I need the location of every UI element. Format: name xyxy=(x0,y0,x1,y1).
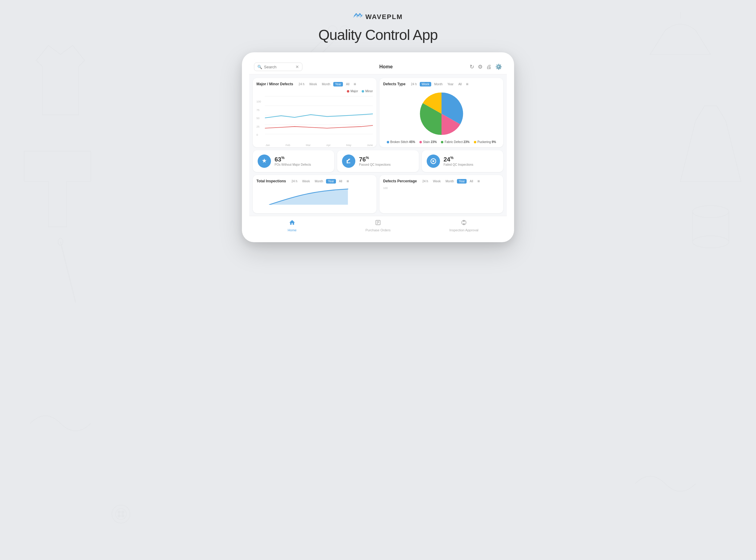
stat-percent-pos: 63% xyxy=(275,156,311,163)
svg-rect-22 xyxy=(346,163,351,163)
defects-pct-title: Defects Percentage xyxy=(383,179,417,183)
dp-y-label: 100 xyxy=(383,186,500,189)
nav-bar: 🔍 ✕ Home ↻ ⚙ 🖨 ⚙️ xyxy=(249,60,507,74)
nav-item-home[interactable]: Home xyxy=(249,216,335,235)
stat-icon-passed xyxy=(342,155,355,168)
svg-point-5 xyxy=(693,206,729,218)
home-icon xyxy=(289,219,295,227)
pie-container: Broken Stitch 45% Stain 23% Fabric Defec… xyxy=(383,89,500,144)
nav-home-label: Home xyxy=(287,228,296,232)
stat-info-pos: 63% POs Without Major Defects xyxy=(275,156,311,167)
stat-label-passed: Passed QC Inspections xyxy=(359,163,391,166)
dt-filter-week[interactable]: Week xyxy=(420,82,431,86)
total-inspections-header: Total Inspections 24 h Week Month Year A… xyxy=(256,179,373,183)
svg-point-12 xyxy=(116,508,126,519)
dp-month[interactable]: Month xyxy=(444,179,456,183)
pie-chart-svg xyxy=(417,89,466,138)
stat-label-failed: Failed QC Inspections xyxy=(444,163,473,166)
svg-point-6 xyxy=(693,236,729,248)
dp-year[interactable]: Year xyxy=(457,179,466,183)
svg-point-10 xyxy=(58,238,63,245)
filter-24h[interactable]: 24 h xyxy=(297,82,306,86)
dt-filter-year[interactable]: Year xyxy=(445,82,455,86)
defects-type-title: Defects Type xyxy=(383,82,405,86)
svg-point-14 xyxy=(122,511,124,514)
defects-type-header: Defects Type 24 h Week Month Year All ≡ xyxy=(383,82,500,86)
ti-year[interactable]: Year xyxy=(326,179,336,183)
ti-24h[interactable]: 24 h xyxy=(290,179,299,183)
pie-legend: Broken Stitch 45% Stain 23% Fabric Defec… xyxy=(387,140,496,144)
dp-all[interactable]: All xyxy=(468,179,475,183)
stat-info-failed: 24% Failed QC Inspections xyxy=(444,156,473,167)
dp-week[interactable]: Week xyxy=(431,179,442,183)
stat-icon-pos xyxy=(258,155,271,168)
search-input[interactable] xyxy=(264,65,294,69)
page-title: Quality Control App xyxy=(318,26,438,43)
ti-week[interactable]: Week xyxy=(300,179,312,183)
ti-month[interactable]: Month xyxy=(313,179,325,183)
inspection-icon xyxy=(461,219,467,227)
bottom-nav: Home Purchase Orders xyxy=(249,216,507,235)
logo: WAVEPLM xyxy=(353,12,403,22)
charts-row: Major / Minor Defects 24 h Week Month Ye… xyxy=(253,78,503,147)
refresh-icon[interactable]: ↻ xyxy=(470,63,474,70)
y-labels: 100 75 50 25 0 xyxy=(256,100,261,136)
filter-all[interactable]: All xyxy=(344,82,351,86)
svg-line-9 xyxy=(60,242,76,302)
defects-chart-title: Major / Minor Defects xyxy=(256,82,293,86)
clear-icon[interactable]: ✕ xyxy=(295,64,299,69)
stat-card-failed: 24% Failed QC Inspections xyxy=(422,150,503,172)
stat-icon-failed xyxy=(427,155,440,168)
defects-percentage-card: Defects Percentage 24 h Week Month Year … xyxy=(379,175,503,213)
search-icon: 🔍 xyxy=(257,65,262,69)
dp-filters: 24 h Week Month Year All ≡ xyxy=(420,179,480,183)
search-box[interactable]: 🔍 ✕ xyxy=(254,63,302,71)
filter-week[interactable]: Week xyxy=(307,82,319,86)
purchase-icon xyxy=(375,219,381,227)
total-inspections-mini-chart xyxy=(256,186,373,205)
tablet-frame: 🔍 ✕ Home ↻ ⚙ 🖨 ⚙️ Major / Minor Defects xyxy=(242,52,514,242)
filter-year[interactable]: Year xyxy=(333,82,343,86)
ti-filter-icon[interactable]: ≡ xyxy=(346,179,349,183)
defects-line-chart-card: Major / Minor Defects 24 h Week Month Ye… xyxy=(253,78,377,147)
bottom-charts-row: Total Inspections 24 h Week Month Year A… xyxy=(253,175,503,213)
top-header: WAVEPLM Quality Control App xyxy=(318,12,438,43)
dt-filter-icon[interactable]: ≡ xyxy=(466,82,469,86)
minor-label: Minor xyxy=(365,89,373,93)
svg-point-16 xyxy=(122,515,124,517)
main-content: Major / Minor Defects 24 h Week Month Ye… xyxy=(249,74,507,216)
print-icon[interactable]: 🖨 xyxy=(486,64,492,70)
stat-percent-passed: 76% xyxy=(359,156,391,163)
total-inspections-title: Total Inspections xyxy=(256,179,286,183)
app-container: 🔍 ✕ Home ↻ ⚙ 🖨 ⚙️ Major / Minor Defects xyxy=(249,60,507,235)
minor-legend: Minor xyxy=(362,89,373,93)
stats-row: 63% POs Without Major Defects 76% xyxy=(253,150,503,172)
filter-month[interactable]: Month xyxy=(320,82,332,86)
dp-filter-icon[interactable]: ≡ xyxy=(477,179,480,183)
defects-type-filters: 24 h Week Month Year All ≡ xyxy=(409,82,469,86)
logo-text: WAVEPLM xyxy=(365,13,403,21)
nav-item-purchase[interactable]: Purchase Orders xyxy=(335,216,421,235)
filter-icon[interactable]: ⚙ xyxy=(478,63,483,70)
stat-label-pos: POs Without Major Defects xyxy=(275,163,311,166)
x-labels: Jan Feb Mar Apr May June xyxy=(265,144,373,147)
defects-type-chart-card: Defects Type 24 h Week Month Year All ≡ xyxy=(379,78,503,147)
broken-stitch-legend: Broken Stitch 45% xyxy=(387,140,415,144)
ti-filters: 24 h Week Month Year All ≡ xyxy=(290,179,349,183)
dt-filter-month[interactable]: Month xyxy=(433,82,444,86)
dt-filter-all[interactable]: All xyxy=(457,82,463,86)
nav-item-inspection[interactable]: Inspection Approval xyxy=(421,216,507,235)
defects-time-filters: 24 h Week Month Year All ≡ xyxy=(297,82,356,86)
chart-filter-icon[interactable]: ≡ xyxy=(354,82,356,86)
stat-percent-failed: 24% xyxy=(444,156,473,163)
dt-filter-24h[interactable]: 24 h xyxy=(409,82,419,86)
nav-purchase-label: Purchase Orders xyxy=(365,228,391,232)
nav-title: Home xyxy=(306,64,466,69)
major-legend: Major xyxy=(347,89,358,93)
ti-all[interactable]: All xyxy=(337,179,344,183)
settings-icon[interactable]: ⚙️ xyxy=(495,63,502,70)
defects-chart-header: Major / Minor Defects 24 h Week Month Ye… xyxy=(256,82,373,86)
dp-24h[interactable]: 24 h xyxy=(420,179,430,183)
nav-actions: ↻ ⚙ 🖨 ⚙️ xyxy=(470,63,502,70)
line-chart-area: 100 75 50 25 0 xyxy=(256,94,373,142)
